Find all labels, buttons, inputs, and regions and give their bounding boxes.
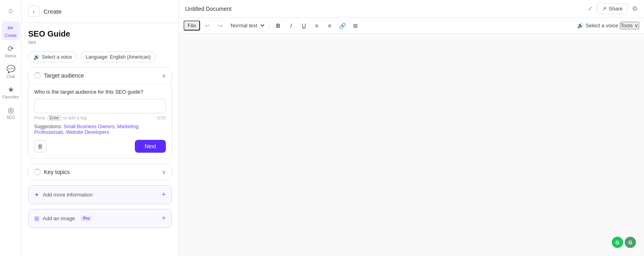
- grammarly-icon-1[interactable]: G: [612, 237, 623, 248]
- home-icon: ⌂: [8, 6, 13, 15]
- target-audience-chevron: ∧: [162, 72, 166, 79]
- add-image-card[interactable]: ⊞ Add an image Pro +: [28, 209, 172, 228]
- editor-body[interactable]: G G: [179, 34, 644, 256]
- tools-chevron-icon: ∨: [634, 23, 638, 29]
- sidebar-content: SEO Guide seo 🔊 Select a voice Language:…: [22, 23, 178, 234]
- language-button[interactable]: Language: English (American): [80, 51, 156, 62]
- tag-input[interactable]: [39, 103, 161, 109]
- voice-lang-row: 🔊 Select a voice Language: English (Amer…: [28, 51, 172, 62]
- undo-button[interactable]: ↩: [202, 20, 213, 31]
- target-audience-body: Who is the target audience for this SEO …: [29, 84, 171, 158]
- enter-key: Enter: [47, 115, 61, 121]
- redo-button[interactable]: ↪: [215, 20, 226, 31]
- bullet-list-button[interactable]: ≡: [311, 20, 322, 31]
- add-image-label: Add an image: [43, 215, 75, 221]
- nav-label-create: Create: [4, 33, 17, 38]
- doc-title: SEO Guide: [28, 29, 172, 39]
- share-icon: ↗: [602, 6, 607, 12]
- sidebar-panel: ‹ Create SEO Guide seo 🔊 Select a voice …: [22, 0, 179, 256]
- tools-button[interactable]: Tools ∨: [620, 22, 639, 29]
- style-select[interactable]: Normal text: [227, 21, 266, 30]
- nav-label-favorites: Favorites: [2, 95, 19, 99]
- nav-label-chat: Chat: [6, 74, 15, 79]
- add-more-icon: ✦: [34, 191, 39, 199]
- language-button-label: Language: English (American): [86, 54, 151, 60]
- add-image-icon: ⊞: [34, 215, 39, 222]
- image-button[interactable]: ⊞: [350, 20, 361, 31]
- target-audience-section: Target audience ∧ Who is the target audi…: [28, 67, 172, 159]
- share-button[interactable]: ↗ Share: [597, 3, 628, 14]
- target-audience-spinner: [34, 72, 41, 79]
- select-voice-button[interactable]: 🔊 Select a voice: [28, 51, 77, 62]
- target-audience-title: Target audience: [44, 72, 84, 79]
- section-footer: 🗑 Next: [34, 140, 166, 153]
- suggestions-row: Suggestions: Small Business Owners, Mark…: [34, 124, 166, 135]
- editor-voice-label: Select a voice: [586, 23, 618, 29]
- key-topics-spinner: [34, 169, 41, 175]
- nav-label-remix: Remix: [5, 54, 16, 58]
- toolbar-separator-1: [269, 22, 269, 30]
- italic-button[interactable]: I: [285, 20, 297, 31]
- settings-icon[interactable]: ⚙: [632, 5, 638, 12]
- left-navigation: ⌂ ✏ Create ⟳ Remix 💬 Chat ★ Favorites ◎ …: [0, 0, 22, 256]
- nav-item-home[interactable]: ⌂: [2, 4, 20, 17]
- key-topics-chevron: ∨: [162, 169, 166, 175]
- suggestion-website-devs[interactable]: Website Developers: [66, 129, 109, 135]
- editor-topbar-right: ✓ ↗ Share ⚙: [588, 3, 638, 14]
- suggestion-small-business[interactable]: Small Business Owners: [64, 124, 115, 129]
- numbered-list-button[interactable]: ≡: [324, 20, 335, 31]
- nav-item-favorites[interactable]: ★ Favorites: [2, 83, 20, 102]
- tag-count: 0/10: [157, 115, 166, 121]
- target-audience-question: Who is the target audience for this SEO …: [34, 89, 166, 95]
- voice-icon: 🔊: [33, 54, 40, 60]
- editor-select-voice[interactable]: 🔊 Select a voice: [577, 23, 618, 29]
- nav-item-create[interactable]: ✏ Create: [2, 21, 20, 40]
- key-topics-header[interactable]: Key topics ∨: [29, 164, 171, 180]
- doc-info: SEO Guide seo: [28, 29, 172, 45]
- tag-hint: Press Enter to add a tag 0/10: [34, 115, 166, 121]
- favorites-icon: ★: [8, 85, 14, 94]
- section-header-left: Target audience: [34, 72, 84, 79]
- tools-label: Tools: [621, 23, 633, 29]
- suggestions-label: Suggestions:: [34, 124, 62, 129]
- doc-tag: seo: [28, 39, 172, 45]
- voice-button-label: Select a voice: [42, 54, 72, 60]
- sidebar-header-title: Create: [43, 8, 62, 15]
- file-menu-button[interactable]: File: [184, 20, 200, 31]
- target-audience-header[interactable]: Target audience ∧: [29, 68, 171, 84]
- floating-icons: G G: [612, 237, 636, 248]
- chat-icon: 💬: [6, 65, 15, 74]
- remix-icon: ⟳: [8, 44, 14, 53]
- underline-button[interactable]: U: [298, 20, 310, 31]
- seo-icon: ◎: [8, 106, 14, 115]
- key-topics-header-left: Key topics: [34, 169, 70, 175]
- tag-hint-text: Press Enter to add a tag: [34, 115, 87, 121]
- add-more-label: Add more information: [43, 192, 93, 198]
- nav-item-chat[interactable]: 💬 Chat: [2, 62, 20, 81]
- nav-label-seo: SEO: [6, 115, 15, 120]
- delete-button[interactable]: 🗑: [34, 140, 46, 152]
- create-icon: ✏: [8, 24, 14, 33]
- nav-item-remix[interactable]: ⟳ Remix: [2, 42, 20, 61]
- grammarly-icon-2[interactable]: G: [625, 237, 636, 248]
- pro-badge: Pro: [80, 215, 92, 221]
- add-more-plus-icon: +: [161, 190, 166, 199]
- share-label: Share: [609, 6, 623, 12]
- add-more-left: ✦ Add more information: [34, 191, 93, 199]
- editor-voice-icon: 🔊: [577, 23, 584, 29]
- back-button[interactable]: ‹: [28, 6, 39, 17]
- trash-icon: 🗑: [37, 143, 43, 150]
- check-circle-icon: ✓: [588, 5, 593, 12]
- nav-item-seo[interactable]: ◎ SEO: [2, 103, 20, 122]
- editor-toolbar: File ↩ ↪ Normal text B I U ≡ ≡ 🔗 ⊞ 🔊 Sel…: [179, 18, 644, 34]
- add-more-card[interactable]: ✦ Add more information +: [28, 185, 172, 204]
- tag-input-area[interactable]: [34, 99, 166, 113]
- key-topics-section: Key topics ∨: [28, 164, 172, 180]
- bold-button[interactable]: B: [272, 20, 284, 31]
- next-button[interactable]: Next: [135, 140, 166, 153]
- add-image-left: ⊞ Add an image Pro: [34, 215, 92, 222]
- main-editor: Untitled Document ✓ ↗ Share ⚙ File ↩ ↪ N…: [179, 0, 644, 256]
- add-image-plus-icon: +: [161, 214, 166, 223]
- link-button[interactable]: 🔗: [337, 20, 348, 31]
- editor-topbar: Untitled Document ✓ ↗ Share ⚙: [179, 0, 644, 18]
